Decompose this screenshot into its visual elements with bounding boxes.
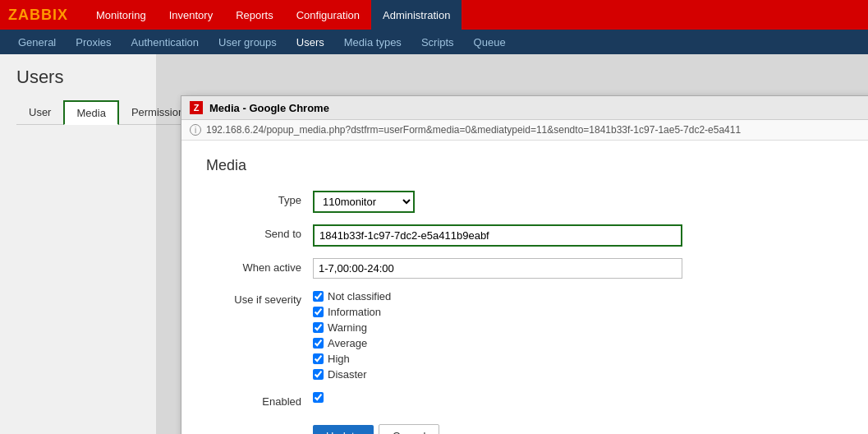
subnav-users[interactable]: Users: [287, 30, 334, 54]
enabled-label: Enabled: [206, 392, 313, 408]
checkbox-high[interactable]: [313, 353, 324, 364]
modal-titlebar: Z Media - Google Chrome: [181, 96, 868, 120]
severity-high-label: High: [328, 353, 350, 365]
form-row-enabled: Enabled: [206, 392, 861, 408]
whenactive-control: [313, 258, 861, 279]
severity-disaster-label: Disaster: [328, 368, 367, 381]
checkbox-average[interactable]: [313, 338, 324, 349]
whenactive-label: When active: [206, 258, 313, 274]
top-nav-items: Monitoring Inventory Reports Configurati…: [85, 0, 462, 30]
modal-body: Media Type 110monitor Send to: [181, 141, 868, 434]
whenactive-input[interactable]: [313, 258, 682, 279]
checkbox-disaster[interactable]: [313, 369, 324, 380]
cancel-button[interactable]: Cancel: [379, 424, 439, 434]
subnav-proxies[interactable]: Proxies: [66, 30, 121, 54]
subnav-authentication[interactable]: Authentication: [122, 30, 209, 54]
modal: Z Media - Google Chrome i 192.168.6.24/p…: [181, 95, 868, 434]
zabbix-icon: Z: [190, 101, 203, 114]
severity-label: Use if severity: [206, 290, 313, 306]
type-control: 110monitor: [313, 191, 861, 213]
enabled-checkbox[interactable]: [313, 392, 324, 403]
checkbox-notclassified[interactable]: [313, 291, 324, 302]
modal-url: 192.168.6.24/popup_media.php?dstfrm=user…: [206, 124, 741, 136]
logo: ZABBIX: [8, 7, 68, 24]
modal-url-bar: i 192.168.6.24/popup_media.php?dstfrm=us…: [181, 120, 868, 141]
nav-administration[interactable]: Administration: [371, 0, 462, 30]
form-row-whenactive: When active: [206, 258, 861, 279]
type-select-wrapper: 110monitor: [313, 191, 415, 213]
modal-section-title: Media: [206, 157, 861, 174]
button-row: Update Cancel: [206, 424, 861, 434]
severity-notclassified[interactable]: Not classified: [313, 290, 861, 302]
severity-warning[interactable]: Warning: [313, 321, 861, 334]
sendto-label: Send to: [206, 224, 313, 240]
checkbox-information[interactable]: [313, 307, 324, 317]
severity-control: Not classified Information Warning: [313, 290, 861, 381]
severity-warning-label: Warning: [328, 321, 367, 334]
modal-title: Media - Google Chrome: [209, 102, 329, 114]
severity-high[interactable]: High: [313, 353, 861, 365]
enabled-control: [313, 392, 861, 403]
severity-notclassified-label: Not classified: [328, 290, 391, 302]
tab-user[interactable]: User: [16, 100, 63, 125]
tab-media[interactable]: Media: [63, 100, 118, 125]
form-row-sendto: Send to: [206, 224, 861, 247]
nav-reports[interactable]: Reports: [224, 0, 285, 30]
severity-average[interactable]: Average: [313, 337, 861, 349]
sendto-control: [313, 224, 861, 247]
modal-overlay: Z Media - Google Chrome i 192.168.6.24/p…: [156, 54, 868, 434]
severity-disaster[interactable]: Disaster: [313, 368, 861, 381]
subnav-general[interactable]: General: [8, 30, 66, 54]
top-navigation: ZABBIX Monitoring Inventory Reports Conf…: [0, 0, 868, 30]
subnav-mediatypes[interactable]: Media types: [334, 30, 411, 54]
subnav-usergroups[interactable]: User groups: [209, 30, 287, 54]
enabled-checkbox-wrapper: [313, 392, 861, 403]
type-label: Type: [206, 191, 313, 206]
form-row-type: Type 110monitor: [206, 191, 861, 213]
nav-inventory[interactable]: Inventory: [158, 0, 224, 30]
info-icon: i: [190, 124, 201, 136]
sendto-input[interactable]: [313, 224, 682, 247]
type-select[interactable]: 110monitor: [315, 192, 413, 211]
sub-navigation: General Proxies Authentication User grou…: [0, 30, 868, 54]
update-button[interactable]: Update: [313, 425, 374, 434]
severity-information[interactable]: Information: [313, 306, 861, 318]
severity-information-label: Information: [328, 306, 381, 318]
severity-average-label: Average: [328, 337, 367, 349]
nav-monitoring[interactable]: Monitoring: [85, 0, 158, 30]
subnav-queue[interactable]: Queue: [464, 30, 516, 54]
nav-configuration[interactable]: Configuration: [285, 0, 371, 30]
form-row-severity: Use if severity Not classified Informati…: [206, 290, 861, 381]
checkbox-warning[interactable]: [313, 322, 324, 333]
severity-checkboxes: Not classified Information Warning: [313, 290, 861, 381]
